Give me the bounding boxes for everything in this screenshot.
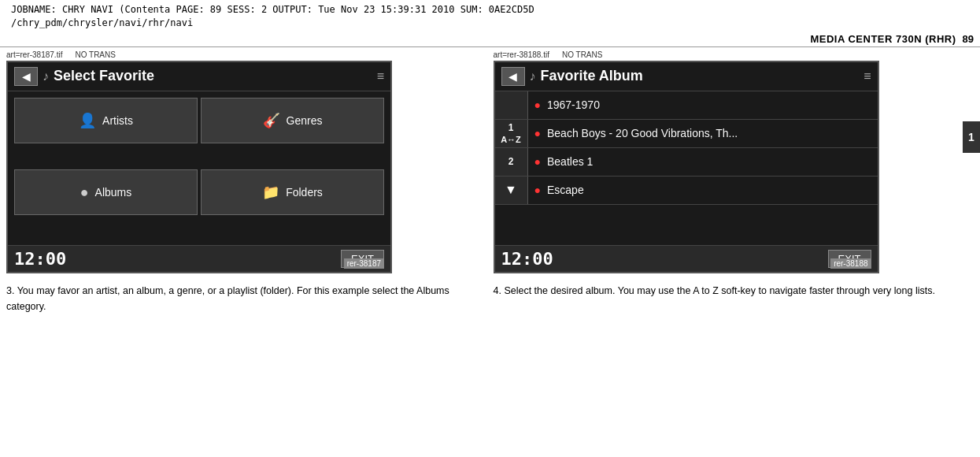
right-screen: ◀ ♪ Favorite Album ≡ ● 1967-1970	[494, 61, 879, 273]
description-section: 3. You may favor an artist, an album, a …	[0, 277, 980, 314]
album-title-3: Beatles 1	[547, 155, 593, 168]
left-ref-label: rer-38187	[344, 258, 384, 269]
right-description: 4. Select the desired album. You may use…	[494, 283, 974, 314]
artists-button[interactable]: 👤 Artists	[14, 98, 198, 143]
left-screen-title: Select Favorite	[54, 68, 372, 84]
right-screenshot-block: art=rer-38188.tif NO TRANS ◀ ♪ Favorite …	[494, 50, 974, 273]
left-art-label: art=rer-38187.tif	[6, 50, 62, 59]
genres-button[interactable]: 🎸 Genres	[201, 98, 384, 143]
right-trans-label: NO TRANS	[562, 50, 603, 59]
list-nav-empty	[495, 91, 528, 119]
left-title-icon: ♪	[43, 69, 49, 84]
right-screen-title: Favorite Album	[541, 68, 860, 84]
albums-button[interactable]: ● Albums	[14, 169, 198, 215]
genres-label: Genres	[287, 114, 323, 127]
list-item-content: ● Escape	[528, 180, 878, 199]
right-screenshot-labels: art=rer-38188.tif NO TRANS	[494, 50, 974, 59]
right-time: 12:00	[501, 249, 553, 269]
right-art-label: art=rer-38188.tif	[494, 50, 549, 59]
left-menu-icon[interactable]: ≡	[377, 69, 384, 84]
left-footer: 12:00 EXIT	[8, 245, 390, 272]
list-item-content: ● Beach Boys - 20 Good Vibrations, Th...	[528, 124, 878, 143]
right-title-icon: ♪	[530, 69, 536, 84]
left-time: 12:00	[14, 249, 66, 269]
list-item[interactable]: 1 A↔Z ● Beach Boys - 20 Good Vibrations,…	[495, 120, 878, 148]
album-list: ● 1967-1970 1 A↔Z ● Beach Boys - 20 Good…	[495, 91, 878, 245]
person-icon: 👤	[79, 112, 96, 129]
header-line1: JOBNAME: CHRY NAVI (Contenta PAGE: 89 SE…	[11, 3, 969, 17]
album-title-4: Escape	[547, 184, 584, 196]
album-title-2: Beach Boys - 20 Good Vibrations, Th...	[547, 127, 738, 139]
guitar-icon: 🎸	[263, 112, 280, 129]
right-titlebar: ◀ ♪ Favorite Album ≡	[495, 62, 878, 91]
list-nav-num2[interactable]: 2	[495, 148, 528, 176]
album-title-1: 1967-1970	[547, 98, 600, 111]
folders-label: Folders	[286, 186, 323, 199]
right-footer: 12:00 EXIT	[495, 245, 878, 272]
list-nav-az[interactable]: 1 A↔Z	[495, 120, 528, 147]
left-back-button[interactable]: ◀	[14, 67, 38, 86]
list-nav-arrow[interactable]: ▼	[495, 176, 528, 204]
folder-icon: 📁	[262, 184, 279, 201]
left-screenshot-block: art=rer-38187.tif NO TRANS ◀ ♪ Select Fa…	[6, 50, 487, 273]
section-title: MEDIA CENTER 730N (RHR)	[810, 33, 956, 45]
page-number: 89	[963, 33, 974, 45]
left-screenshot-labels: art=rer-38187.tif NO TRANS	[6, 50, 487, 59]
left-description: 3. You may favor an artist, an album, a …	[6, 283, 487, 314]
left-trans-label: NO TRANS	[75, 50, 116, 59]
albums-label: Albums	[95, 186, 132, 199]
disc-icon: ●	[80, 184, 89, 201]
right-menu-icon[interactable]: ≡	[864, 69, 871, 84]
cd-icon-3: ●	[534, 155, 541, 168]
list-item[interactable]: ▼ ● Escape	[495, 176, 878, 205]
list-item[interactable]: ● 1967-1970	[495, 91, 878, 120]
list-item-content: ● 1967-1970	[528, 95, 878, 114]
cd-icon-4: ●	[534, 184, 541, 196]
left-grid: 👤 Artists 🎸 Genres ● Albums 📁 Folders	[8, 91, 390, 245]
header-line2: /chry_pdm/chrysler/navi/rhr/navi	[11, 17, 969, 30]
left-titlebar: ◀ ♪ Select Favorite ≡	[8, 62, 390, 91]
list-item-content: ● Beatles 1	[528, 152, 878, 171]
cd-icon-1: ●	[534, 98, 541, 111]
folders-button[interactable]: 📁 Folders	[201, 169, 384, 215]
right-back-button[interactable]: ◀	[501, 67, 525, 86]
artists-label: Artists	[102, 114, 133, 127]
cd-icon-2: ●	[534, 127, 541, 139]
left-screen: ◀ ♪ Select Favorite ≡ 👤 Artists 🎸 Genres	[6, 61, 392, 273]
list-item[interactable]: 2 ● Beatles 1	[495, 148, 878, 176]
right-ref-label: rer-38188	[830, 258, 871, 269]
